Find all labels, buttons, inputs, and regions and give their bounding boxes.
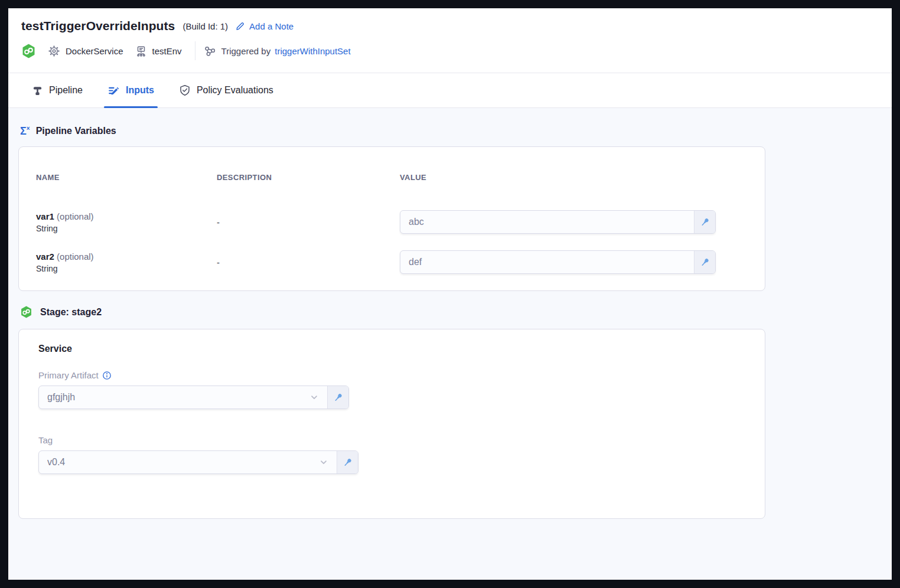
variable-qualifier: (optional)	[57, 251, 94, 262]
gear-icon	[48, 45, 60, 57]
pin-button[interactable]	[327, 386, 348, 409]
tab-pipeline[interactable]: Pipeline	[30, 73, 85, 107]
variable-description: -	[217, 257, 400, 267]
header-divider	[195, 41, 195, 60]
variable-name: var1	[36, 211, 54, 221]
cd-stage-icon	[20, 306, 32, 318]
tag-select[interactable]: v0.4	[39, 451, 337, 473]
tag-label: Tag	[38, 435, 53, 445]
variable-type: String	[36, 224, 217, 233]
primary-artifact-select[interactable]: gfgjhjh	[39, 386, 327, 409]
variable-description: -	[217, 217, 400, 227]
variable-qualifier: (optional)	[57, 211, 94, 221]
primary-artifact-label-row: Primary Artifact	[38, 370, 745, 380]
chevron-down-icon	[318, 456, 330, 468]
inputs-tab-content: Σ× Pipeline Variables NAME DESCRIPTION V…	[8, 108, 892, 580]
add-note-button[interactable]: Add a Note	[236, 21, 294, 31]
chevron-down-icon	[308, 391, 320, 403]
variable-value-input[interactable]	[400, 251, 694, 273]
inputs-icon	[107, 84, 120, 97]
pin-button[interactable]	[337, 451, 358, 473]
pencil-icon	[236, 21, 245, 31]
service-name-label: DockerService	[66, 46, 123, 56]
pushpin-icon	[343, 457, 353, 468]
tab-label: Policy Evaluations	[197, 85, 273, 96]
tab-label: Inputs	[126, 85, 154, 96]
tab-policy-evaluations[interactable]: Policy Evaluations	[177, 73, 276, 107]
pushpin-icon	[700, 217, 710, 227]
tag-value: v0.4	[47, 457, 318, 468]
pushpin-icon	[333, 392, 344, 403]
stage-title: Stage: stage2	[40, 307, 102, 318]
tag-label-row: Tag	[38, 435, 745, 445]
variable-value-control	[400, 210, 716, 234]
pin-button[interactable]	[694, 211, 715, 233]
active-tab-underline	[104, 106, 158, 108]
variable-name: var2	[36, 251, 54, 262]
service-card: Service Primary Artifact gfgjhjh	[18, 329, 765, 519]
stage-header: Stage: stage2	[20, 306, 892, 318]
pushpin-icon	[700, 257, 710, 267]
column-header-name: NAME	[36, 173, 217, 182]
add-note-label: Add a Note	[249, 21, 294, 31]
trigger-link[interactable]: triggerWithInputSet	[275, 46, 350, 56]
tab-label: Pipeline	[49, 85, 83, 96]
shield-check-icon	[179, 84, 191, 96]
pipeline-variables-header: Σ× Pipeline Variables	[20, 126, 892, 136]
trigger-icon	[204, 45, 216, 57]
primary-artifact-label: Primary Artifact	[38, 370, 99, 380]
triggered-by-label: Triggered by	[221, 46, 271, 56]
sigma-variables-icon: Σ×	[20, 126, 30, 136]
tab-bar: Pipeline Inputs Policy Evaluations	[8, 73, 892, 108]
tab-inputs[interactable]: Inputs	[105, 73, 156, 107]
cd-stage-icon	[21, 44, 36, 58]
column-header-value: VALUE	[400, 173, 748, 182]
variable-value-control	[400, 250, 716, 274]
environment-icon	[135, 45, 147, 57]
pin-button[interactable]	[694, 251, 715, 273]
variable-value-input[interactable]	[400, 211, 694, 233]
column-header-description: DESCRIPTION	[217, 173, 400, 182]
primary-artifact-control: gfgjhjh	[38, 386, 349, 409]
table-row: var1 (optional) String	[36, 211, 217, 233]
environment-name-label: testEnv	[152, 46, 182, 56]
variable-type: String	[36, 264, 217, 273]
execution-page: testTriggerOverrideInputs (Build Id: 1) …	[8, 8, 892, 580]
build-id-label: (Build Id: 1)	[182, 21, 228, 31]
pipeline-icon	[32, 85, 43, 96]
info-icon	[102, 371, 112, 380]
page-title: testTriggerOverrideInputs	[21, 19, 175, 33]
pipeline-variables-title: Pipeline Variables	[36, 126, 116, 136]
primary-artifact-value: gfgjhjh	[47, 392, 308, 403]
table-row: var2 (optional) String	[36, 251, 217, 273]
tag-control: v0.4	[38, 450, 358, 474]
service-section-title: Service	[38, 344, 745, 354]
pipeline-variables-card: NAME DESCRIPTION VALUE var1 (optional) S…	[18, 146, 765, 291]
execution-header: testTriggerOverrideInputs (Build Id: 1) …	[8, 8, 892, 73]
